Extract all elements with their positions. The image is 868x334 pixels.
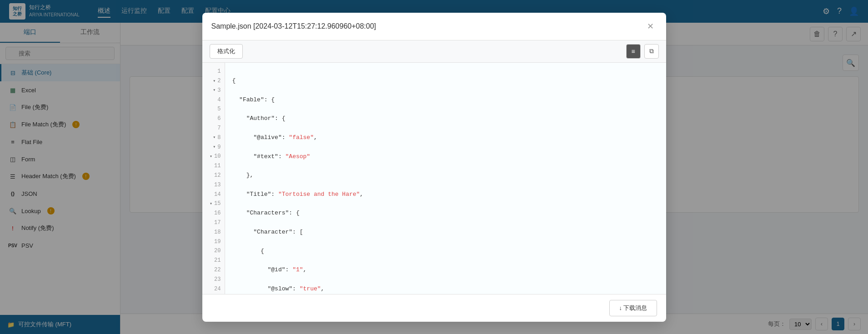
modal-footer: ↓ 下载消息 [202,294,666,322]
code-content[interactable]: { "Fable": { "Author": { "@alive": "fals… [225,63,666,294]
line-num-6: 6 [206,114,221,124]
line-num-19: 19 [206,237,221,247]
line-numbers: 1 ▾2 ▾3 4 5 6 7 ▾8 ▾9 ▾10 11 12 13 14 ▾1… [202,63,225,294]
modal-toolbar: 格式化 ≡ ⧉ [202,40,666,63]
line-num-21: 21 [206,256,221,265]
line-num-24: 24 [206,284,221,294]
download-btn[interactable]: ↓ 下载消息 [609,300,657,316]
line-num-11: 11 [206,161,221,171]
line-num-8: ▾8 [206,133,221,143]
code-line-7: "Title": "Tortoise and the Hare", [232,190,659,199]
modal-toolbar-right: ≡ ⧉ [626,44,659,59]
line-num-15: ▾15 [206,199,221,209]
code-line-3: "Author": { [232,114,659,124]
code-line-10: { [232,247,659,256]
line-num-1: 1 [206,67,221,77]
code-line-11: "@id": "1", [232,265,659,275]
line-num-10: ▾10 [206,152,221,162]
line-num-13: 13 [206,180,221,190]
list-view-btn[interactable]: ≡ [626,44,641,59]
modal-close-btn[interactable]: ✕ [644,20,657,33]
code-line-9: "Character": [ [232,228,659,237]
modal-title: Sample.json [2024-03-12T15:27:12.960960+… [211,22,376,30]
code-line-5: "#text": "Aesop" [232,152,659,162]
line-num-23: 23 [206,275,221,284]
line-num-16: 16 [206,209,221,218]
code-line-2: "Fable": { [232,95,659,105]
modal: Sample.json [2024-03-12T15:27:12.960960+… [202,13,666,322]
code-line-6: }, [232,171,659,180]
copy-btn[interactable]: ⧉ [644,44,659,59]
code-editor: 1 ▾2 ▾3 4 5 6 7 ▾8 ▾9 ▾10 11 12 13 14 ▾1… [202,63,666,294]
line-num-20: 20 [206,247,221,256]
line-num-3: ▾3 [206,86,221,95]
modal-header: Sample.json [2024-03-12T15:27:12.960960+… [202,13,666,40]
line-num-18: 18 [206,228,221,237]
line-num-4: 4 [206,95,221,105]
line-num-9: ▾9 [206,143,221,152]
format-button[interactable]: 格式化 [210,44,243,59]
line-num-14: 14 [206,190,221,199]
line-num-12: 12 [206,171,221,180]
line-num-7: 7 [206,124,221,133]
modal-overlay: Sample.json [2024-03-12T15:27:12.960960+… [0,0,868,334]
line-num-2: ▾2 [206,76,221,86]
line-num-5: 5 [206,105,221,115]
code-line-12: "@slow": "true", [232,284,659,294]
line-num-22: 22 [206,265,221,275]
code-line-1: { [232,76,659,86]
modal-body: 1 ▾2 ▾3 4 5 6 7 ▾8 ▾9 ▾10 11 12 13 14 ▾1… [202,63,666,294]
code-line-8: "Characters": { [232,209,659,218]
code-line-4: "@alive": "false", [232,133,659,143]
line-num-17: 17 [206,218,221,228]
